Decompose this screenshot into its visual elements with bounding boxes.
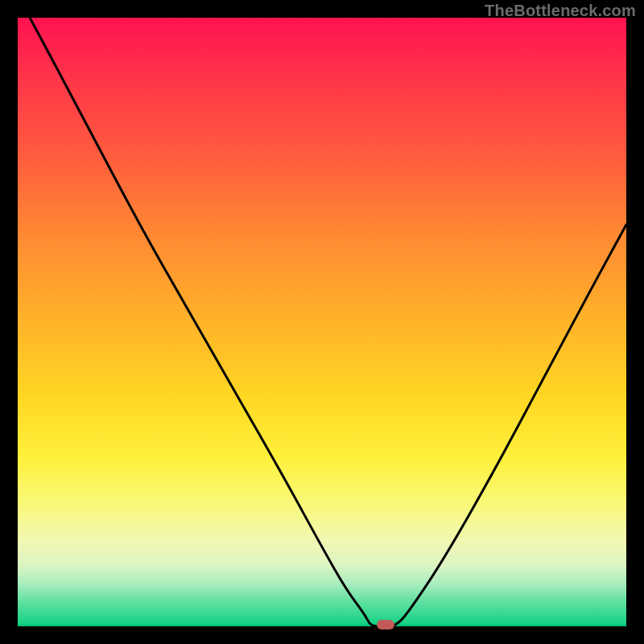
watermark-text: TheBottleneck.com: [485, 2, 636, 20]
optimal-point-marker: [377, 620, 394, 630]
bottleneck-curve: [18, 18, 626, 626]
chart-container: TheBottleneck.com: [0, 0, 644, 644]
plot-area: [18, 18, 626, 626]
curve-path: [30, 18, 626, 626]
